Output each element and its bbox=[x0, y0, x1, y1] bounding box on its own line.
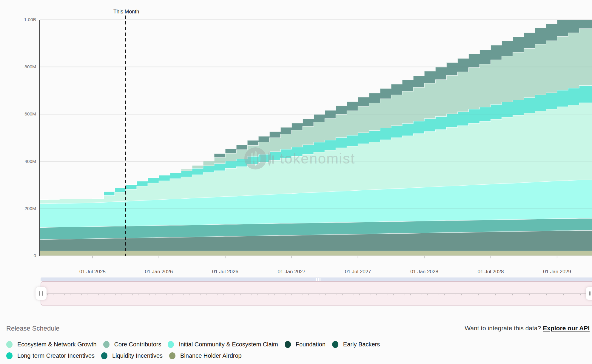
legend-dot-icon bbox=[285, 341, 291, 348]
svg-text:600M: 600M bbox=[24, 111, 36, 116]
svg-text:800M: 800M bbox=[24, 64, 36, 69]
svg-text:01 Jul 2027: 01 Jul 2027 bbox=[345, 269, 371, 274]
area-band-binance[interactable] bbox=[37, 251, 592, 256]
legend-item-ecosystem[interactable]: Ecosystem & Network Growth bbox=[6, 341, 97, 348]
legend-label: Ecosystem & Network Growth bbox=[17, 341, 97, 348]
chart-legend: Ecosystem & Network GrowthCore Contribut… bbox=[6, 341, 588, 359]
tokenomist-release-schedule-page: tokenomist0200M400M600M800M1.00B01 Jul 2… bbox=[0, 0, 592, 364]
legend-dot-icon bbox=[6, 341, 13, 348]
chart-svg: tokenomist0200M400M600M800M1.00B01 Jul 2… bbox=[0, 0, 592, 277]
legend-row: Ecosystem & Network GrowthCore Contribut… bbox=[6, 341, 588, 348]
legend-dot-icon bbox=[168, 341, 174, 348]
legend-item-early[interactable]: Early Backers bbox=[332, 341, 380, 348]
svg-text:1.00B: 1.00B bbox=[24, 17, 36, 22]
svg-text:0: 0 bbox=[33, 253, 36, 258]
legend-dot-icon bbox=[101, 352, 107, 359]
legend-label: Liquidity Incentives bbox=[112, 352, 163, 359]
legend-dot-icon bbox=[169, 352, 175, 359]
legend-item-community[interactable]: Initial Community & Ecosystem Claim bbox=[168, 341, 278, 348]
svg-text:01 Jul 2028: 01 Jul 2028 bbox=[478, 269, 504, 274]
svg-text:200M: 200M bbox=[24, 206, 36, 211]
legend-dot-icon bbox=[6, 352, 13, 359]
explore-api-link[interactable]: Explore our API bbox=[543, 325, 590, 331]
legend-label: Early Backers bbox=[343, 341, 380, 348]
legend-dot-icon bbox=[103, 341, 110, 348]
legend-item-binance[interactable]: Binance Holder Airdrop bbox=[169, 352, 242, 359]
svg-text:01 Jan 2027: 01 Jan 2027 bbox=[278, 269, 306, 274]
svg-text:01 Jan 2028: 01 Jan 2028 bbox=[410, 269, 438, 274]
legend-item-foundation[interactable]: Foundation bbox=[285, 341, 326, 348]
timeline-range-slider bbox=[41, 277, 592, 306]
release-schedule-chart[interactable]: tokenomist0200M400M600M800M1.00B01 Jul 2… bbox=[0, 0, 592, 277]
legend-dot-icon bbox=[332, 341, 338, 348]
legend-item-creator[interactable]: Long-term Creator Incentives bbox=[6, 352, 95, 359]
slider-handle-left[interactable] bbox=[36, 287, 47, 300]
x-axis-labels: 01 Jul 202501 Jan 202601 Jul 202601 Jan … bbox=[79, 256, 571, 274]
slider-scrollbar[interactable] bbox=[41, 277, 592, 281]
slider-mini-ticks bbox=[42, 294, 592, 295]
svg-text:tokenomist: tokenomist bbox=[280, 151, 355, 166]
y-axis-labels: 0200M400M600M800M1.00B bbox=[24, 17, 36, 258]
legend-label: Core Contributors bbox=[114, 341, 161, 348]
legend-row: Long-term Creator IncentivesLiquidity In… bbox=[6, 352, 588, 359]
tokenomist-watermark: tokenomist bbox=[244, 147, 355, 169]
legend-label: Foundation bbox=[296, 341, 326, 348]
legend-label: Binance Holder Airdrop bbox=[180, 352, 242, 359]
svg-text:01 Jan 2026: 01 Jan 2026 bbox=[145, 269, 173, 274]
this-month-label: This Month bbox=[113, 9, 139, 15]
legend-label: Long-term Creator Incentives bbox=[17, 352, 95, 359]
legend-label: Initial Community & Ecosystem Claim bbox=[179, 341, 278, 348]
svg-text:01 Jul 2025: 01 Jul 2025 bbox=[79, 269, 106, 274]
svg-text:01 Jul 2026: 01 Jul 2026 bbox=[212, 269, 238, 274]
svg-text:01 Jan 2029: 01 Jan 2029 bbox=[543, 269, 571, 274]
api-callout: Want to integrate this data?Explore our … bbox=[465, 325, 590, 332]
section-title: Release Schedule bbox=[6, 325, 60, 332]
api-prompt: Want to integrate this data? bbox=[465, 325, 541, 331]
legend-item-liquidity[interactable]: Liquidity Incentives bbox=[101, 352, 163, 359]
svg-text:400M: 400M bbox=[24, 159, 36, 164]
scrollbar-grip-icon[interactable] bbox=[315, 278, 321, 281]
stacked-area-bands: tokenomist bbox=[37, 11, 592, 256]
slider-track[interactable] bbox=[41, 281, 592, 306]
legend-item-core[interactable]: Core Contributors bbox=[103, 341, 161, 348]
slider-handle-right[interactable] bbox=[586, 287, 592, 300]
